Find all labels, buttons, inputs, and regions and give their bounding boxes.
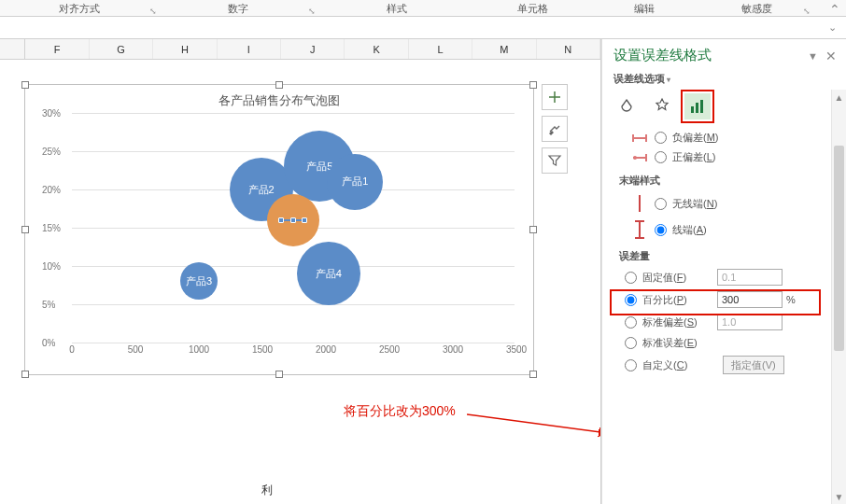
col-header[interactable]: I <box>218 39 281 59</box>
col-header[interactable]: K <box>345 39 408 59</box>
formula-bar-area: ⌄ <box>0 17 846 39</box>
plot-area[interactable]: 0%5%10%15%20%25%30%产品3产品2产品5产品4产品1 <box>72 113 515 341</box>
scroll-up-icon[interactable]: ▲ <box>832 90 846 105</box>
resize-handle[interactable] <box>21 226 29 233</box>
percent-suffix: % <box>786 294 796 305</box>
format-error-bars-pane: 设置误差线格式 ▼ ✕ 误差线选项 负偏差(M) 正偏差(L) 末端样式 <box>601 39 846 504</box>
amount-custom-option[interactable]: 自定义(C) 指定值(V) <box>625 356 846 374</box>
pane-subtitle[interactable]: 误差线选项 <box>613 72 846 86</box>
error-bar-handle[interactable] <box>278 217 284 223</box>
specify-value-button[interactable]: 指定值(V) <box>723 356 784 374</box>
minus-direction-icon <box>631 133 648 144</box>
col-header[interactable]: M <box>472 39 536 59</box>
direction-option[interactable]: 负偏差(M) <box>625 131 846 145</box>
pane-scrollbar[interactable]: ▲ ▼ <box>831 90 846 504</box>
column-headers: F G H I J K L M N <box>0 39 600 60</box>
error-bar-handle[interactable] <box>302 217 307 223</box>
ribbon-group: 样式 <box>317 0 476 16</box>
option-label: 正偏差(L) <box>672 150 715 164</box>
scroll-thumb[interactable] <box>834 146 844 351</box>
chart-add-element-button[interactable] <box>542 84 568 110</box>
radio[interactable] <box>655 151 667 163</box>
radio[interactable] <box>625 316 637 329</box>
amount-percent-option[interactable]: 百分比(P) % <box>625 291 846 308</box>
ribbon-group: 敏感度⤡ <box>700 0 812 16</box>
option-label: 负偏差(M) <box>672 131 719 145</box>
col-header[interactable]: N <box>537 39 600 59</box>
error-bar-handle[interactable] <box>290 217 296 223</box>
scroll-down-icon[interactable]: ▼ <box>832 489 846 504</box>
col-header[interactable]: F <box>25 39 89 59</box>
col-header[interactable]: L <box>409 39 472 59</box>
amount-stderr-option[interactable]: 标准误差(E) <box>625 336 846 350</box>
end-style-heading: 末端样式 <box>619 174 846 188</box>
expand-formula-icon[interactable]: ⌄ <box>828 21 837 34</box>
svg-rect-3 <box>700 100 703 113</box>
amount-stddev-option[interactable]: 标准偏差(S) <box>625 314 846 330</box>
ribbon-group-bar: 对齐方式⤡ 数字⤡ 样式 单元格 编辑 敏感度⤡ ⌃ <box>0 0 846 17</box>
percent-value-input[interactable] <box>717 291 783 308</box>
pane-title: 设置误差线格式 ▼ <box>613 47 846 64</box>
resize-handle[interactable] <box>21 81 29 89</box>
end-style-option[interactable]: 线端(A) <box>625 219 846 240</box>
worksheet-area[interactable]: F G H I J K L M N 各产品销售分布气泡图 0%5%10%15%2… <box>0 39 601 504</box>
svg-rect-2 <box>696 103 698 113</box>
bubble-point[interactable]: 产品1 <box>327 154 383 210</box>
series-options-tab-icon[interactable] <box>684 93 711 119</box>
select-all-corner[interactable] <box>0 39 25 59</box>
option-label: 百分比(P) <box>642 293 717 307</box>
option-label: 无线端(N) <box>672 197 717 211</box>
bubble-point[interactable]: 产品4 <box>297 242 360 305</box>
svg-point-9 <box>633 156 637 160</box>
resize-handle[interactable] <box>529 226 537 233</box>
direction-option[interactable]: 正偏差(L) <box>625 150 846 164</box>
effects-tab-icon[interactable] <box>649 93 675 119</box>
col-header[interactable]: J <box>281 39 345 59</box>
axis-label-partial: 利 <box>261 483 273 498</box>
radio[interactable] <box>625 294 637 306</box>
svg-rect-1 <box>691 106 694 113</box>
amount-fixed-option[interactable]: 固定值(F) <box>625 269 846 286</box>
resize-handle[interactable] <box>275 81 283 89</box>
option-label: 固定值(F) <box>642 271 717 285</box>
x-axis: 0500100015002000250030003500 <box>72 344 515 357</box>
radio[interactable] <box>625 337 637 349</box>
bubble-point[interactable]: 产品3 <box>180 262 218 300</box>
resize-handle[interactable] <box>529 371 537 378</box>
ribbon-group: 编辑 <box>588 0 700 16</box>
cap-icon <box>634 219 645 240</box>
chart-object[interactable]: 各产品销售分布气泡图 0%5%10%15%20%25%30%产品3产品2产品5产… <box>24 84 534 375</box>
ribbon-group: 单元格 <box>476 0 588 16</box>
option-label: 自定义(C) <box>642 358 717 372</box>
plus-direction-icon <box>631 152 648 163</box>
dialog-launcher-icon[interactable]: ⤡ <box>308 7 316 16</box>
error-amount-heading: 误差量 <box>619 249 846 263</box>
collapse-ribbon-icon[interactable]: ⌃ <box>829 2 840 17</box>
dialog-launcher-icon[interactable]: ⤡ <box>149 7 157 16</box>
radio[interactable] <box>655 198 667 210</box>
resize-handle[interactable] <box>275 371 283 378</box>
close-icon[interactable]: ✕ <box>825 49 837 63</box>
radio[interactable] <box>655 224 667 236</box>
annotation-text: 将百分比改为300% <box>344 403 456 420</box>
resize-handle[interactable] <box>529 81 537 89</box>
radio[interactable] <box>655 132 667 144</box>
svg-line-0 <box>467 414 601 433</box>
ribbon-group: 数字⤡ <box>159 0 317 16</box>
chart-styles-button[interactable] <box>542 116 568 142</box>
resize-handle[interactable] <box>21 371 29 378</box>
stddev-value-input[interactable] <box>717 314 783 330</box>
fill-line-tab-icon[interactable] <box>613 93 640 119</box>
end-style-option[interactable]: 无线端(N) <box>625 193 846 214</box>
col-header[interactable]: H <box>153 39 217 59</box>
chart-filter-button[interactable] <box>542 147 568 174</box>
ribbon-group: 对齐方式⤡ <box>0 0 159 16</box>
fixed-value-input[interactable] <box>717 269 783 286</box>
dialog-launcher-icon[interactable]: ⤡ <box>803 7 811 16</box>
radio[interactable] <box>625 359 637 371</box>
chart-contextual-tools <box>542 84 570 179</box>
no-cap-icon <box>634 193 645 214</box>
col-header[interactable]: G <box>90 39 153 59</box>
option-label: 线端(A) <box>672 223 707 237</box>
radio[interactable] <box>625 272 637 284</box>
